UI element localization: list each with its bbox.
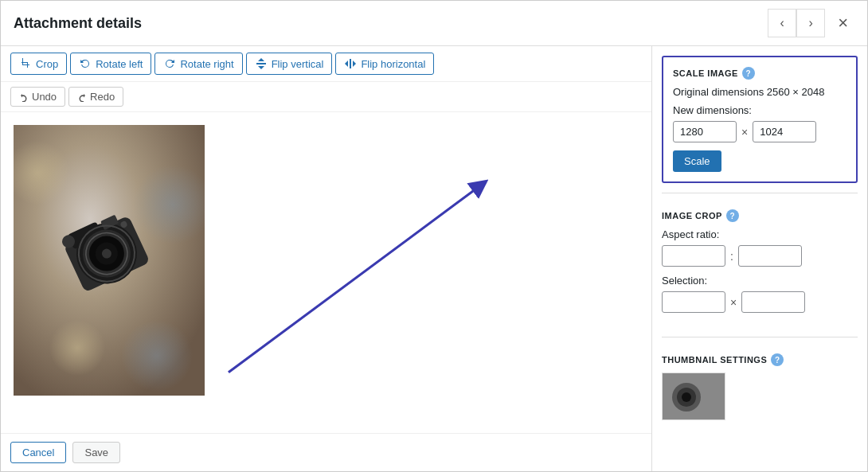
bottom-action-bar: Cancel Save (1, 433, 651, 471)
crop-icon (19, 57, 32, 70)
dimensions-inputs: × (673, 121, 846, 142)
flip-vertical-icon (255, 57, 268, 70)
redo-icon (77, 92, 87, 102)
redo-button[interactable]: Redo (68, 87, 123, 107)
thumbnail-settings-section: THUMBNAIL SETTINGS ? (652, 344, 867, 430)
scale-button[interactable]: Scale (673, 150, 721, 172)
sidebar: SCALE IMAGE ? Original dimensions 2560 ×… (652, 46, 867, 471)
scale-image-section: SCALE IMAGE ? Original dimensions 2560 ×… (662, 56, 858, 183)
prev-arrow-button[interactable]: ‹ (768, 9, 796, 37)
aspect-ratio-inputs: : (662, 245, 858, 267)
modal-title: Attachment details (14, 15, 142, 32)
flip-horizontal-button[interactable]: Flip horizontal (335, 53, 434, 75)
selection-x-separator: × (730, 296, 737, 309)
rotate-right-icon (163, 57, 176, 70)
editor-toolbar: Crop Rotate left Rotate right (1, 46, 651, 82)
aspect-colon-separator: : (730, 250, 733, 263)
svg-point-3 (49, 320, 105, 376)
undo-button[interactable]: Undo (10, 87, 65, 107)
image-canvas (1, 112, 651, 433)
undo-redo-bar: Undo Redo (1, 82, 651, 112)
dims-x-separator: × (741, 126, 748, 138)
editor-area: Crop Rotate left Rotate right (1, 46, 652, 471)
attachment-details-modal: Attachment details ‹ › × Crop (0, 0, 868, 472)
preview-image (14, 125, 205, 396)
selection-label: Selection: (662, 275, 858, 287)
scale-width-input[interactable] (673, 121, 737, 142)
selection-height-input[interactable] (741, 291, 805, 313)
thumbnail-settings-help-icon[interactable]: ? (771, 353, 784, 366)
scale-image-title: SCALE IMAGE ? (673, 67, 846, 80)
rotate-right-button[interactable]: Rotate right (154, 53, 242, 75)
selection-width-input[interactable] (662, 291, 725, 313)
rotate-left-button[interactable]: Rotate left (70, 53, 151, 75)
cancel-button[interactable]: Cancel (10, 442, 66, 463)
svg-point-4 (121, 320, 193, 392)
thumbnail-settings-title: THUMBNAIL SETTINGS ? (662, 353, 858, 366)
aspect-width-input[interactable] (662, 245, 725, 267)
image-crop-title: IMAGE CROP ? (662, 209, 858, 222)
divider-2 (662, 337, 858, 337)
modal-body: Crop Rotate left Rotate right (1, 46, 867, 471)
new-dimensions-label: New dimensions: (673, 104, 846, 116)
divider-1 (662, 193, 858, 193)
aspect-ratio-label: Aspect ratio: (662, 228, 858, 240)
aspect-height-input[interactable] (738, 245, 802, 267)
svg-point-21 (682, 392, 691, 402)
image-crop-help-icon[interactable]: ? (726, 209, 739, 222)
rotate-left-icon (79, 57, 92, 70)
thumbnail-preview (662, 373, 725, 420)
save-button[interactable]: Save (72, 442, 120, 463)
selection-inputs: × (662, 291, 858, 313)
close-button[interactable]: × (831, 10, 854, 37)
crop-button[interactable]: Crop (10, 53, 67, 75)
scale-image-help-icon[interactable]: ? (742, 67, 755, 80)
modal-navigation: ‹ › × (768, 9, 854, 37)
undo-icon (19, 92, 29, 102)
image-crop-section: IMAGE CROP ? Aspect ratio: : Selection: … (652, 200, 867, 330)
flip-vertical-button[interactable]: Flip vertical (246, 53, 333, 75)
next-arrow-button[interactable]: › (796, 9, 825, 37)
original-dimensions: Original dimensions 2560 × 2048 (673, 86, 846, 98)
svg-line-17 (229, 185, 481, 373)
flip-horizontal-icon (344, 57, 357, 70)
modal-header: Attachment details ‹ › × (1, 1, 867, 46)
scale-height-input[interactable] (753, 121, 816, 142)
